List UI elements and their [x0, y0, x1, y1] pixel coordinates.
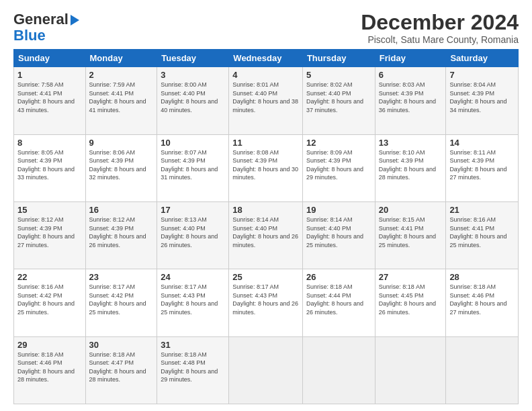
- cell-info: Sunrise: 8:13 AMSunset: 4:40 PMDaylight:…: [161, 216, 218, 248]
- table-row: 3Sunrise: 8:00 AMSunset: 4:40 PMDaylight…: [157, 67, 229, 134]
- table-row: 29Sunrise: 8:18 AMSunset: 4:46 PMDayligh…: [14, 336, 86, 404]
- table-row: [302, 336, 375, 404]
- logo-general: General: [13, 11, 69, 28]
- day-number: 14: [449, 138, 515, 148]
- day-number: 26: [306, 272, 371, 282]
- day-number: 15: [17, 205, 82, 215]
- table-row: 25Sunrise: 8:17 AMSunset: 4:43 PMDayligh…: [229, 269, 303, 336]
- day-number: 1: [17, 70, 82, 80]
- cell-info: Sunrise: 8:18 AMSunset: 4:45 PMDaylight:…: [379, 283, 436, 316]
- cell-info: Sunrise: 8:06 AMSunset: 4:39 PMDaylight:…: [89, 149, 146, 181]
- table-row: 8Sunrise: 8:05 AMSunset: 4:39 PMDaylight…: [14, 134, 86, 201]
- cell-info: Sunrise: 8:14 AMSunset: 4:40 PMDaylight:…: [232, 216, 298, 248]
- cell-info: Sunrise: 8:16 AMSunset: 4:41 PMDaylight:…: [449, 216, 506, 248]
- day-number: 5: [306, 70, 371, 80]
- table-row: 20Sunrise: 8:15 AMSunset: 4:41 PMDayligh…: [375, 201, 446, 269]
- day-number: 10: [161, 138, 225, 148]
- cell-info: Sunrise: 8:17 AMSunset: 4:43 PMDaylight:…: [232, 283, 298, 316]
- day-number: 6: [379, 70, 443, 80]
- table-row: 5Sunrise: 8:02 AMSunset: 4:40 PMDaylight…: [302, 67, 375, 134]
- day-number: 21: [449, 205, 515, 215]
- table-row: 21Sunrise: 8:16 AMSunset: 4:41 PMDayligh…: [446, 201, 519, 269]
- header-tuesday: Tuesday: [157, 50, 229, 67]
- cell-info: Sunrise: 8:17 AMSunset: 4:43 PMDaylight:…: [161, 283, 218, 316]
- cell-info: Sunrise: 8:10 AMSunset: 4:39 PMDaylight:…: [379, 149, 436, 181]
- page: General Blue December 2024 Piscolt, Satu…: [0, 0, 532, 411]
- day-number: 8: [17, 138, 82, 148]
- cell-info: Sunrise: 8:12 AMSunset: 4:39 PMDaylight:…: [17, 216, 75, 248]
- cell-info: Sunrise: 8:02 AMSunset: 4:40 PMDaylight:…: [306, 81, 363, 113]
- day-number: 11: [232, 138, 299, 148]
- header-thursday: Thursday: [302, 50, 375, 67]
- header-monday: Monday: [85, 50, 157, 67]
- table-row: 31Sunrise: 8:18 AMSunset: 4:48 PMDayligh…: [157, 336, 229, 404]
- header-wednesday: Wednesday: [229, 50, 303, 67]
- cell-info: Sunrise: 8:15 AMSunset: 4:41 PMDaylight:…: [379, 216, 436, 248]
- table-row: 26Sunrise: 8:18 AMSunset: 4:44 PMDayligh…: [302, 269, 375, 336]
- cell-info: Sunrise: 8:07 AMSunset: 4:39 PMDaylight:…: [161, 149, 218, 181]
- day-number: 9: [89, 138, 154, 148]
- table-row: 16Sunrise: 8:12 AMSunset: 4:39 PMDayligh…: [85, 201, 157, 269]
- cell-info: Sunrise: 7:59 AMSunset: 4:41 PMDaylight:…: [89, 81, 146, 113]
- calendar-row: 29Sunrise: 8:18 AMSunset: 4:46 PMDayligh…: [14, 336, 519, 404]
- day-number: 22: [17, 272, 82, 282]
- calendar-row: 8Sunrise: 8:05 AMSunset: 4:39 PMDaylight…: [14, 134, 519, 201]
- cell-info: Sunrise: 8:01 AMSunset: 4:40 PMDaylight:…: [232, 81, 298, 113]
- day-number: 25: [232, 272, 299, 282]
- header-sunday: Sunday: [14, 50, 86, 67]
- day-number: 17: [161, 205, 225, 215]
- day-number: 24: [161, 272, 225, 282]
- day-number: 3: [161, 70, 225, 80]
- day-number: 23: [89, 272, 154, 282]
- cell-info: Sunrise: 8:04 AMSunset: 4:39 PMDaylight:…: [449, 81, 506, 113]
- cell-info: Sunrise: 8:05 AMSunset: 4:39 PMDaylight:…: [17, 149, 75, 181]
- calendar-row: 22Sunrise: 8:16 AMSunset: 4:42 PMDayligh…: [14, 269, 519, 336]
- calendar: Sunday Monday Tuesday Wednesday Thursday…: [13, 49, 519, 404]
- cell-info: Sunrise: 8:14 AMSunset: 4:40 PMDaylight:…: [306, 216, 363, 248]
- cell-info: Sunrise: 8:18 AMSunset: 4:46 PMDaylight:…: [449, 283, 506, 316]
- day-number: 13: [379, 138, 443, 148]
- day-number: 12: [306, 138, 371, 148]
- cell-info: Sunrise: 8:03 AMSunset: 4:39 PMDaylight:…: [379, 81, 436, 113]
- cell-info: Sunrise: 8:00 AMSunset: 4:40 PMDaylight:…: [161, 81, 218, 113]
- day-number: 2: [89, 70, 154, 80]
- cell-info: Sunrise: 8:16 AMSunset: 4:42 PMDaylight:…: [17, 283, 75, 316]
- calendar-row: 15Sunrise: 8:12 AMSunset: 4:39 PMDayligh…: [14, 201, 519, 269]
- day-number: 28: [449, 272, 515, 282]
- logo-arrow-icon: [71, 15, 79, 26]
- cell-info: Sunrise: 8:09 AMSunset: 4:39 PMDaylight:…: [306, 149, 363, 181]
- cell-info: Sunrise: 8:08 AMSunset: 4:39 PMDaylight:…: [232, 149, 298, 181]
- logo-blue: Blue: [13, 28, 46, 43]
- cell-info: Sunrise: 8:12 AMSunset: 4:39 PMDaylight:…: [89, 216, 146, 248]
- table-row: 28Sunrise: 8:18 AMSunset: 4:46 PMDayligh…: [446, 269, 519, 336]
- table-row: 27Sunrise: 8:18 AMSunset: 4:45 PMDayligh…: [375, 269, 446, 336]
- table-row: [375, 336, 446, 404]
- main-title: December 2024: [361, 11, 519, 34]
- day-number: 19: [306, 205, 371, 215]
- logo: General Blue: [13, 11, 79, 43]
- day-number: 4: [232, 70, 299, 80]
- table-row: 12Sunrise: 8:09 AMSunset: 4:39 PMDayligh…: [302, 134, 375, 201]
- table-row: 18Sunrise: 8:14 AMSunset: 4:40 PMDayligh…: [229, 201, 303, 269]
- cell-info: Sunrise: 8:18 AMSunset: 4:44 PMDaylight:…: [306, 283, 363, 316]
- table-row: 9Sunrise: 8:06 AMSunset: 4:39 PMDaylight…: [85, 134, 157, 201]
- table-row: 14Sunrise: 8:11 AMSunset: 4:39 PMDayligh…: [446, 134, 519, 201]
- day-number: 7: [449, 70, 515, 80]
- cell-info: Sunrise: 8:18 AMSunset: 4:46 PMDaylight:…: [17, 351, 75, 383]
- cell-info: Sunrise: 8:18 AMSunset: 4:47 PMDaylight:…: [89, 351, 146, 383]
- table-row: 10Sunrise: 8:07 AMSunset: 4:39 PMDayligh…: [157, 134, 229, 201]
- table-row: 19Sunrise: 8:14 AMSunset: 4:40 PMDayligh…: [302, 201, 375, 269]
- table-row: 30Sunrise: 8:18 AMSunset: 4:47 PMDayligh…: [85, 336, 157, 404]
- day-number: 30: [89, 340, 154, 350]
- table-row: [446, 336, 519, 404]
- cell-info: Sunrise: 8:17 AMSunset: 4:42 PMDaylight:…: [89, 283, 146, 316]
- day-number: 16: [89, 205, 154, 215]
- table-row: 17Sunrise: 8:13 AMSunset: 4:40 PMDayligh…: [157, 201, 229, 269]
- table-row: 24Sunrise: 8:17 AMSunset: 4:43 PMDayligh…: [157, 269, 229, 336]
- header-saturday: Saturday: [446, 50, 519, 67]
- title-block: December 2024 Piscolt, Satu Mare County,…: [361, 11, 519, 45]
- table-row: 22Sunrise: 8:16 AMSunset: 4:42 PMDayligh…: [14, 269, 86, 336]
- table-row: 23Sunrise: 8:17 AMSunset: 4:42 PMDayligh…: [85, 269, 157, 336]
- day-number: 29: [17, 340, 82, 350]
- calendar-header-row: Sunday Monday Tuesday Wednesday Thursday…: [14, 50, 519, 67]
